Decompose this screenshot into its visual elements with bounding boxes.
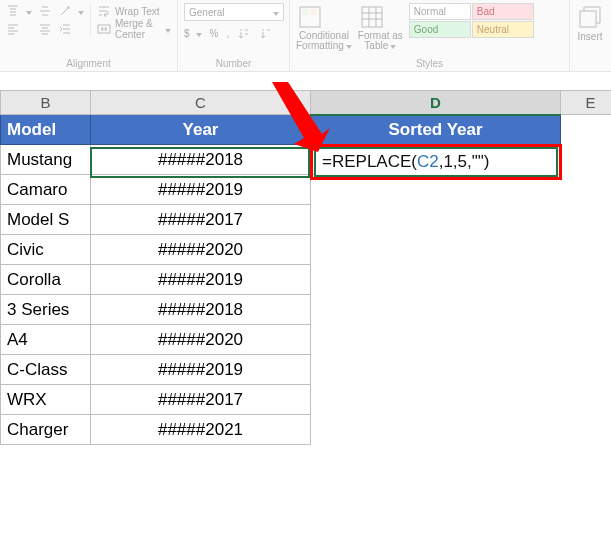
cell-sorted-year[interactable] <box>311 295 561 325</box>
cell[interactable] <box>311 535 561 544</box>
cell-styles-gallery[interactable]: Normal Bad Good Neutral <box>409 3 534 38</box>
cell-model[interactable]: A4 <box>1 325 91 355</box>
insert-label: Insert <box>577 31 602 42</box>
colhead-b[interactable]: B <box>1 91 91 115</box>
wrap-text-button[interactable]: Wrap Text <box>97 3 171 19</box>
cell-empty[interactable] <box>561 325 612 355</box>
increase-decimal-button[interactable] <box>237 25 251 41</box>
cell-model[interactable]: Corolla <box>1 265 91 295</box>
cell[interactable] <box>91 475 311 505</box>
cell[interactable] <box>311 505 561 535</box>
style-normal[interactable]: Normal <box>409 3 471 20</box>
cell-sorted-year[interactable] <box>311 145 561 175</box>
cell[interactable] <box>561 535 612 544</box>
cell-sorted-year[interactable] <box>311 175 561 205</box>
grid-table[interactable]: B C D E Model Year Sorted Year Mustang##… <box>0 90 611 543</box>
cell-model[interactable]: Model S <box>1 205 91 235</box>
cell-sorted-year[interactable] <box>311 325 561 355</box>
header-sorted-year[interactable]: Sorted Year <box>311 115 561 145</box>
cell[interactable] <box>561 505 612 535</box>
cell-year[interactable]: #####2019 <box>91 175 311 205</box>
cell-empty[interactable] <box>561 355 612 385</box>
cell-empty[interactable] <box>561 265 612 295</box>
style-bad[interactable]: Bad <box>472 3 534 20</box>
cell-model[interactable]: Mustang <box>1 145 91 175</box>
cell[interactable] <box>1 535 91 544</box>
cell[interactable] <box>91 445 311 475</box>
cell-model[interactable]: 3 Series <box>1 295 91 325</box>
cell-empty[interactable] <box>561 175 612 205</box>
cell-year[interactable]: #####2020 <box>91 325 311 355</box>
cell-empty[interactable] <box>561 415 612 445</box>
cell-year[interactable]: #####2017 <box>91 385 311 415</box>
cell-model[interactable]: Civic <box>1 235 91 265</box>
cell-empty[interactable] <box>561 205 612 235</box>
cell-model[interactable]: Charger <box>1 415 91 445</box>
wrap-text-icon <box>97 4 111 18</box>
number-format-dropdown[interactable]: General <box>184 3 284 21</box>
header-year[interactable]: Year <box>91 115 311 145</box>
cell-model[interactable]: Camaro <box>1 175 91 205</box>
colhead-d[interactable]: D <box>311 91 561 115</box>
cell-sorted-year[interactable] <box>311 385 561 415</box>
colhead-c[interactable]: C <box>91 91 311 115</box>
cell-model[interactable]: WRX <box>1 385 91 415</box>
table-row: Charger#####2021 <box>1 415 612 445</box>
cell-sorted-year[interactable] <box>311 355 561 385</box>
cell[interactable] <box>1 445 91 475</box>
merge-center-button[interactable]: Merge & Center <box>97 21 171 37</box>
cell-sorted-year[interactable] <box>311 265 561 295</box>
comma-button[interactable]: , <box>226 25 229 41</box>
cell[interactable] <box>561 445 612 475</box>
cell-sorted-year[interactable] <box>311 235 561 265</box>
header-model[interactable]: Model <box>1 115 91 145</box>
cell[interactable] <box>1 505 91 535</box>
percent-button[interactable]: % <box>210 25 219 41</box>
cell-sorted-year[interactable] <box>311 205 561 235</box>
align-left-button[interactable] <box>6 21 32 37</box>
cell-empty[interactable] <box>561 385 612 415</box>
svg-rect-2 <box>302 9 308 15</box>
currency-button[interactable]: $ <box>184 25 202 41</box>
cell[interactable] <box>561 475 612 505</box>
cell-year[interactable]: #####2017 <box>91 205 311 235</box>
cell[interactable] <box>91 505 311 535</box>
cell-year[interactable]: #####2018 <box>91 295 311 325</box>
colhead-e[interactable]: E <box>561 91 612 115</box>
cell-year[interactable]: #####2018 <box>91 145 311 175</box>
cell-year[interactable]: #####2021 <box>91 415 311 445</box>
table-header-row: Model Year Sorted Year <box>1 115 612 145</box>
cell[interactable] <box>311 475 561 505</box>
indent-button[interactable] <box>58 21 84 37</box>
cell[interactable] <box>311 445 561 475</box>
align-mid-button[interactable] <box>38 3 52 19</box>
cell-empty[interactable] <box>561 145 612 175</box>
format-as-table-button[interactable]: Format asTable <box>358 3 403 51</box>
cond-fmt-icon <box>296 3 324 31</box>
cell-year[interactable]: #####2019 <box>91 355 311 385</box>
cell-year[interactable]: #####2019 <box>91 265 311 295</box>
insert-button[interactable]: Insert <box>576 3 604 42</box>
decrease-decimal-button[interactable] <box>259 25 273 41</box>
table-row-empty <box>1 505 612 535</box>
style-good[interactable]: Good <box>409 21 471 38</box>
cell-model[interactable]: C-Class <box>1 355 91 385</box>
fmt-table-icon <box>358 3 386 31</box>
cell[interactable] <box>91 535 311 544</box>
style-neutral[interactable]: Neutral <box>472 21 534 38</box>
conditional-formatting-button[interactable]: ConditionalFormatting <box>296 3 352 51</box>
table-row: Mustang#####2018 <box>1 145 612 175</box>
align-center-button[interactable] <box>38 21 52 37</box>
cell[interactable] <box>1 475 91 505</box>
merge-center-label: Merge & Center <box>115 18 159 40</box>
align-center-icon <box>38 22 52 36</box>
cell-empty[interactable] <box>561 295 612 325</box>
cell-year[interactable]: #####2020 <box>91 235 311 265</box>
orientation-button[interactable] <box>58 3 84 19</box>
cell-empty[interactable] <box>561 235 612 265</box>
align-top-button[interactable] <box>6 3 32 19</box>
spreadsheet-sheet: B C D E Model Year Sorted Year Mustang##… <box>0 90 611 543</box>
cell-sorted-year[interactable] <box>311 415 561 445</box>
table-row-empty <box>1 475 612 505</box>
cell-e1[interactable] <box>561 115 612 145</box>
